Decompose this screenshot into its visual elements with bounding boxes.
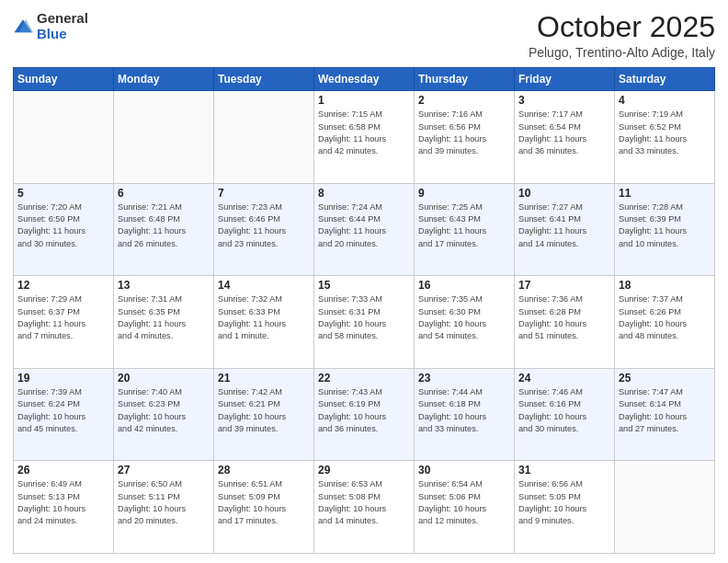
table-row: 31Sunrise: 6:56 AMSunset: 5:05 PMDayligh… (515, 461, 615, 554)
table-row: 5Sunrise: 7:20 AMSunset: 6:50 PMDaylight… (14, 183, 114, 276)
logo-icon (13, 17, 33, 37)
day-number: 19 (17, 372, 109, 385)
calendar-week-row: 1Sunrise: 7:15 AMSunset: 6:58 PMDaylight… (14, 91, 715, 184)
day-info: Sunrise: 7:31 AMSunset: 6:35 PMDaylight:… (118, 293, 210, 342)
day-number: 21 (218, 372, 310, 385)
table-row: 23Sunrise: 7:44 AMSunset: 6:18 PMDayligh… (415, 368, 515, 461)
table-row: 3Sunrise: 7:17 AMSunset: 6:54 PMDaylight… (515, 91, 615, 184)
day-number: 1 (318, 94, 410, 107)
calendar-week-row: 12Sunrise: 7:29 AMSunset: 6:37 PMDayligh… (14, 276, 715, 369)
table-row: 25Sunrise: 7:47 AMSunset: 6:14 PMDayligh… (615, 368, 715, 461)
table-row: 26Sunrise: 6:49 AMSunset: 5:13 PMDayligh… (14, 461, 114, 554)
day-number: 29 (318, 464, 410, 477)
day-info: Sunrise: 7:23 AMSunset: 6:46 PMDaylight:… (218, 201, 310, 250)
day-info: Sunrise: 7:15 AMSunset: 6:58 PMDaylight:… (318, 109, 410, 157)
day-info: Sunrise: 7:27 AMSunset: 6:41 PMDaylight:… (518, 201, 610, 250)
day-info: Sunrise: 7:43 AMSunset: 6:19 PMDaylight:… (318, 386, 410, 435)
month-title: October 2025 (529, 11, 715, 43)
calendar-week-row: 26Sunrise: 6:49 AMSunset: 5:13 PMDayligh… (14, 461, 715, 554)
table-row: 20Sunrise: 7:40 AMSunset: 6:23 PMDayligh… (114, 368, 214, 461)
table-row (615, 461, 715, 554)
day-number: 30 (418, 464, 510, 477)
day-number: 22 (318, 372, 410, 385)
day-info: Sunrise: 7:47 AMSunset: 6:14 PMDaylight:… (619, 386, 711, 435)
day-number: 18 (619, 279, 711, 292)
day-info: Sunrise: 7:33 AMSunset: 6:31 PMDaylight:… (318, 293, 410, 342)
table-row: 13Sunrise: 7:31 AMSunset: 6:35 PMDayligh… (114, 276, 214, 369)
day-info: Sunrise: 7:28 AMSunset: 6:39 PMDaylight:… (619, 201, 711, 250)
calendar-header-row: Sunday Monday Tuesday Wednesday Thursday… (14, 68, 715, 91)
day-number: 27 (118, 464, 210, 477)
title-block: October 2025 Pelugo, Trentino-Alto Adige… (529, 11, 715, 60)
day-info: Sunrise: 7:24 AMSunset: 6:44 PMDaylight:… (318, 201, 410, 250)
location-title: Pelugo, Trentino-Alto Adige, Italy (529, 45, 715, 60)
day-info: Sunrise: 7:36 AMSunset: 6:28 PMDaylight:… (518, 293, 610, 342)
logo-blue: Blue (37, 26, 67, 41)
day-info: Sunrise: 6:56 AMSunset: 5:05 PMDaylight:… (518, 478, 610, 527)
day-info: Sunrise: 6:53 AMSunset: 5:08 PMDaylight:… (318, 478, 410, 527)
day-info: Sunrise: 7:16 AMSunset: 6:56 PMDaylight:… (418, 109, 510, 157)
day-number: 6 (118, 187, 210, 200)
table-row: 16Sunrise: 7:35 AMSunset: 6:30 PMDayligh… (415, 276, 515, 369)
table-row: 9Sunrise: 7:25 AMSunset: 6:43 PMDaylight… (415, 183, 515, 276)
table-row: 30Sunrise: 6:54 AMSunset: 5:06 PMDayligh… (415, 461, 515, 554)
day-number: 28 (218, 464, 310, 477)
table-row: 17Sunrise: 7:36 AMSunset: 6:28 PMDayligh… (515, 276, 615, 369)
day-number: 5 (17, 187, 109, 200)
day-info: Sunrise: 7:42 AMSunset: 6:21 PMDaylight:… (218, 386, 310, 435)
table-row: 7Sunrise: 7:23 AMSunset: 6:46 PMDaylight… (214, 183, 314, 276)
day-info: Sunrise: 7:39 AMSunset: 6:24 PMDaylight:… (17, 386, 109, 435)
day-info: Sunrise: 7:25 AMSunset: 6:43 PMDaylight:… (418, 201, 510, 250)
day-info: Sunrise: 7:40 AMSunset: 6:23 PMDaylight:… (118, 386, 210, 435)
table-row: 19Sunrise: 7:39 AMSunset: 6:24 PMDayligh… (14, 368, 114, 461)
day-info: Sunrise: 6:49 AMSunset: 5:13 PMDaylight:… (17, 478, 109, 527)
table-row: 4Sunrise: 7:19 AMSunset: 6:52 PMDaylight… (615, 91, 715, 184)
table-row: 28Sunrise: 6:51 AMSunset: 5:09 PMDayligh… (214, 461, 314, 554)
day-info: Sunrise: 6:51 AMSunset: 5:09 PMDaylight:… (218, 478, 310, 527)
page: General Blue October 2025 Pelugo, Trenti… (0, 0, 728, 563)
col-tuesday: Tuesday (214, 68, 314, 91)
table-row: 6Sunrise: 7:21 AMSunset: 6:48 PMDaylight… (114, 183, 214, 276)
col-monday: Monday (114, 68, 214, 91)
table-row: 8Sunrise: 7:24 AMSunset: 6:44 PMDaylight… (314, 183, 415, 276)
calendar-week-row: 19Sunrise: 7:39 AMSunset: 6:24 PMDayligh… (14, 368, 715, 461)
day-number: 20 (118, 372, 210, 385)
col-saturday: Saturday (615, 68, 715, 91)
day-number: 4 (619, 94, 711, 107)
col-friday: Friday (515, 68, 615, 91)
day-info: Sunrise: 7:29 AMSunset: 6:37 PMDaylight:… (17, 293, 109, 342)
day-number: 10 (518, 187, 610, 200)
table-row: 27Sunrise: 6:50 AMSunset: 5:11 PMDayligh… (114, 461, 214, 554)
day-number: 25 (619, 372, 711, 385)
calendar-table: Sunday Monday Tuesday Wednesday Thursday… (13, 67, 715, 554)
table-row (114, 91, 214, 184)
logo-general: General (37, 10, 88, 26)
day-info: Sunrise: 7:19 AMSunset: 6:52 PMDaylight:… (619, 109, 711, 157)
table-row: 2Sunrise: 7:16 AMSunset: 6:56 PMDaylight… (415, 91, 515, 184)
table-row: 21Sunrise: 7:42 AMSunset: 6:21 PMDayligh… (214, 368, 314, 461)
day-number: 23 (418, 372, 510, 385)
day-info: Sunrise: 7:21 AMSunset: 6:48 PMDaylight:… (118, 201, 210, 250)
col-thursday: Thursday (415, 68, 515, 91)
day-number: 9 (418, 187, 510, 200)
table-row: 11Sunrise: 7:28 AMSunset: 6:39 PMDayligh… (615, 183, 715, 276)
day-number: 3 (518, 94, 610, 107)
day-number: 7 (218, 187, 310, 200)
day-number: 12 (17, 279, 109, 292)
day-number: 13 (118, 279, 210, 292)
table-row: 15Sunrise: 7:33 AMSunset: 6:31 PMDayligh… (314, 276, 415, 369)
col-wednesday: Wednesday (314, 68, 415, 91)
day-number: 15 (318, 279, 410, 292)
calendar-week-row: 5Sunrise: 7:20 AMSunset: 6:50 PMDaylight… (14, 183, 715, 276)
day-info: Sunrise: 7:44 AMSunset: 6:18 PMDaylight:… (418, 386, 510, 435)
day-info: Sunrise: 7:35 AMSunset: 6:30 PMDaylight:… (418, 293, 510, 342)
logo: General Blue (13, 11, 88, 41)
day-info: Sunrise: 7:20 AMSunset: 6:50 PMDaylight:… (17, 201, 109, 250)
day-info: Sunrise: 6:54 AMSunset: 5:06 PMDaylight:… (418, 478, 510, 527)
day-number: 24 (518, 372, 610, 385)
day-info: Sunrise: 7:32 AMSunset: 6:33 PMDaylight:… (218, 293, 310, 342)
day-number: 17 (518, 279, 610, 292)
day-number: 16 (418, 279, 510, 292)
table-row (214, 91, 314, 184)
day-info: Sunrise: 6:50 AMSunset: 5:11 PMDaylight:… (118, 478, 210, 527)
